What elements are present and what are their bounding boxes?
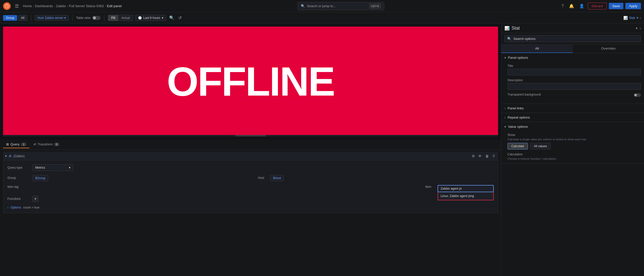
search-box[interactable]: 🔍 Search or jump to... ctrl+k — [298, 2, 384, 10]
item-input[interactable] — [438, 185, 494, 192]
tab-all[interactable]: All — [501, 44, 573, 53]
expand-icon[interactable]: › — [640, 16, 641, 20]
user-icon[interactable]: 👤 — [578, 3, 586, 9]
breadcrumb-sep2: › — [54, 4, 55, 8]
show-description: Calculate a single value per column or s… — [507, 138, 641, 141]
breadcrumb-dashboards[interactable]: Dashboards — [35, 4, 53, 8]
query-tab-badge: 1 — [21, 143, 26, 146]
topbar-actions: ? 🔔 👤 Discard Save Apply — [560, 3, 641, 9]
panel-type-label: Stat — [629, 16, 635, 20]
copy-icon[interactable]: ⧉ — [471, 153, 476, 159]
repeat-options-header[interactable]: › Repeat options — [501, 113, 644, 122]
panel-links-header[interactable]: › Panel links — [501, 104, 644, 113]
options-chevron-icon[interactable]: › — [7, 205, 8, 209]
host-value[interactable]: $Host — [270, 175, 284, 181]
help-icon[interactable]: ? — [560, 3, 565, 9]
panel-options-header[interactable]: ▾ Panel options — [501, 53, 644, 62]
discard-button[interactable]: Discard — [588, 3, 607, 9]
repeat-options-chevron-icon: › — [504, 116, 505, 119]
fill-button[interactable]: Fill — [108, 15, 118, 21]
scrollbar-horizontal — [3, 135, 498, 136]
refresh-icon[interactable]: ↺ — [177, 14, 183, 21]
title-input[interactable] — [507, 69, 641, 75]
search-options-icon: 🔍 — [507, 37, 511, 41]
description-input[interactable] — [507, 83, 641, 90]
breadcrumb-sep3: › — [105, 4, 106, 8]
expand-panel-icon[interactable]: › — [640, 26, 641, 30]
eye-icon[interactable]: 👁 — [477, 154, 483, 159]
value-options-body: Show Calculate a single value per column… — [501, 131, 644, 163]
panel-options-section: ▾ Panel options Title Description Transp… — [501, 53, 644, 104]
all-values-button[interactable]: All values — [530, 143, 551, 150]
apply-button[interactable]: Apply — [625, 3, 641, 9]
save-button[interactable]: Save — [609, 3, 624, 9]
collapse-arrow-icon[interactable]: ▾ — [5, 154, 7, 158]
search-options-input[interactable]: 🔍 Search options — [504, 35, 641, 42]
offline-display: OFFLINE — [167, 58, 334, 105]
panel-type-chevron-icon: ▾ — [637, 16, 638, 20]
value-options-expand-icon: ▾ — [504, 125, 506, 129]
query-tab-label: Query — [10, 142, 19, 146]
host-control: $Host — [270, 176, 494, 180]
table-view-switch[interactable] — [92, 16, 101, 20]
group-host-row: Group $Group Host $Host — [5, 173, 496, 183]
breadcrumb-home[interactable]: Home — [23, 4, 32, 8]
fill-actual-toggle: Fill Actual — [108, 15, 133, 21]
host-button[interactable]: Host Zabbix server ▾ — [35, 15, 69, 21]
group-button[interactable]: Group — [3, 15, 17, 21]
stat-chevron-icon[interactable]: ▾ — [636, 26, 638, 30]
group-controls: Group All — [3, 15, 27, 21]
calculate-button[interactable]: Calculate — [507, 143, 528, 150]
panel-type-selector[interactable]: 📊 Stat ▾ › — [623, 16, 641, 20]
query-type-row: Query type Metrics ▾ — [5, 163, 496, 173]
panel-options-chevron-icon: ▾ — [504, 56, 506, 60]
panel-options-body: Title Description Transparent background — [501, 62, 644, 103]
description-label: Description — [507, 78, 641, 82]
table-view-label: Table view — [76, 16, 90, 20]
query-type-label: Query type — [7, 166, 30, 169]
breadcrumb-current: Edit panel — [107, 4, 122, 8]
group-value[interactable]: $Group — [32, 175, 48, 181]
scrollbar-thumb[interactable] — [235, 135, 266, 136]
item-inline-label: Item — [425, 185, 436, 189]
bell-icon[interactable]: 🔔 — [567, 3, 576, 9]
query-type-chevron-icon: ▾ — [69, 166, 70, 169]
breadcrumb-sep1: › — [33, 4, 34, 8]
add-function-button[interactable]: + — [32, 196, 39, 202]
group-control: $Group — [32, 176, 256, 180]
zoom-out-icon[interactable]: 🔍 — [168, 14, 175, 21]
value-options-title: Value options — [508, 125, 528, 129]
breadcrumb: Home › Dashboards › Zabbix - Full Server… — [23, 4, 122, 8]
item-dropdown-item[interactable]: Linux: Zabbix agent ping — [438, 192, 493, 200]
time-range-selector[interactable]: 🕐 Last 6 hours ▾ — [135, 15, 166, 21]
all-button[interactable]: All — [18, 15, 27, 21]
topbar-search-area: 🔍 Search or jump to... ctrl+k — [124, 2, 558, 10]
calculation-description: Choose a reducer function / calculation. — [507, 157, 641, 160]
tab-query[interactable]: ⊞ Query 1 — [3, 141, 29, 148]
search-options-bar: 🔍 Search options — [501, 33, 644, 44]
transparent-bg-prop: Transparent background — [507, 93, 641, 97]
menu-icon[interactable]: ☰ — [13, 2, 21, 10]
description-prop: Description — [507, 78, 641, 90]
panel-options-title: Panel options — [508, 56, 528, 60]
transparent-bg-toggle[interactable] — [634, 93, 641, 97]
query-type-select[interactable]: Metrics ▾ — [32, 164, 73, 171]
search-icon: 🔍 — [301, 4, 305, 8]
item-input-wrapper: Linux: Zabbix agent ping — [438, 185, 494, 192]
breadcrumb-dashboard[interactable]: Zabbix - Full Server Status-5363 — [56, 4, 104, 8]
options-label[interactable]: Options — [10, 206, 21, 209]
transparent-bg-label: Transparent background — [507, 93, 541, 96]
trash-icon[interactable]: 🗑 — [484, 154, 490, 159]
panel-links-section: › Panel links — [501, 104, 644, 113]
tab-overrides[interactable]: Overrides — [573, 44, 644, 53]
drag-icon[interactable]: ⠿ — [491, 154, 496, 159]
search-placeholder: Search or jump to... — [307, 4, 336, 8]
tab-transform[interactable]: ⇄ Transform 0 — [30, 141, 63, 148]
item-tag-label: Item tag — [7, 185, 30, 189]
group-label: Group — [7, 176, 30, 180]
value-options-header[interactable]: ▾ Value options — [501, 122, 644, 131]
actual-button[interactable]: Actual — [118, 15, 133, 21]
grafana-logo — [3, 2, 11, 10]
query-form: Query type Metrics ▾ Group $Group Host $… — [3, 160, 498, 213]
functions-row: Functions + — [5, 194, 496, 204]
